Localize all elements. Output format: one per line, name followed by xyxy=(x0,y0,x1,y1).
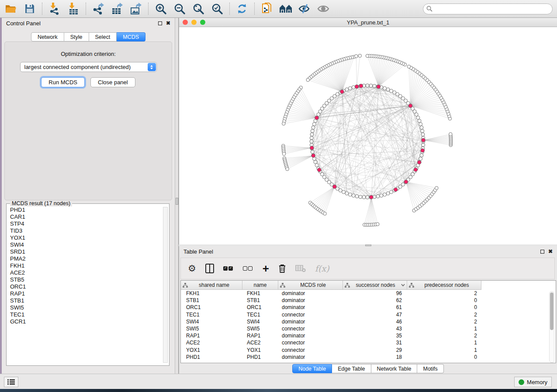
network-node[interactable] xyxy=(323,212,327,216)
show-columns-icon[interactable] xyxy=(205,262,214,275)
table-cell[interactable]: 29 xyxy=(343,347,407,353)
table-cell[interactable]: 96 xyxy=(343,290,407,296)
table-cell[interactable]: TEC1 xyxy=(242,312,278,318)
tab-node-table[interactable]: Node Table xyxy=(292,364,332,373)
memory-button[interactable]: Memory xyxy=(514,377,552,387)
table-cell[interactable]: 2 xyxy=(407,333,481,339)
network-node[interactable] xyxy=(376,223,380,226)
hide-graphics-icon[interactable] xyxy=(298,2,311,15)
run-mcds-button[interactable]: Run MCDS xyxy=(41,77,85,87)
mcds-node[interactable] xyxy=(355,85,359,89)
zoom-in-icon[interactable] xyxy=(154,2,167,15)
mcds-result-item[interactable]: TID3 xyxy=(10,227,162,234)
network-canvas[interactable] xyxy=(179,27,557,244)
table-cell[interactable]: FKH1 xyxy=(181,290,242,296)
open-folder-icon[interactable] xyxy=(4,2,17,15)
import-table-icon[interactable] xyxy=(67,2,80,15)
table-row[interactable]: STB1STB1dominator620 xyxy=(181,297,556,304)
table-row[interactable]: YOX1YOX1connector291 xyxy=(181,347,556,354)
network-node[interactable] xyxy=(449,133,453,136)
export-image-icon[interactable] xyxy=(129,2,142,15)
tab-style[interactable]: Style xyxy=(64,32,89,41)
column-header-predecessor-nodes[interactable]: predecessor nodes xyxy=(407,281,481,290)
table-cell[interactable]: 43 xyxy=(343,326,407,332)
mcds-result-item[interactable]: ACE2 xyxy=(10,269,162,276)
table-cell[interactable]: SWI5 xyxy=(181,326,242,332)
network-node[interactable] xyxy=(420,126,423,129)
mcds-node[interactable] xyxy=(404,180,408,184)
network-node[interactable] xyxy=(362,196,366,199)
network-node[interactable] xyxy=(345,88,349,91)
network-node[interactable] xyxy=(376,195,380,198)
mcds-node[interactable] xyxy=(310,146,314,150)
table-cell[interactable]: 0 xyxy=(407,354,481,360)
export-network-icon[interactable] xyxy=(92,2,105,15)
table-cell[interactable]: RAP1 xyxy=(181,333,242,339)
mcds-node[interactable] xyxy=(370,195,374,199)
tab-network-table[interactable]: Network Table xyxy=(371,364,418,373)
table-cell[interactable]: 18 xyxy=(343,354,407,360)
mcds-node[interactable] xyxy=(359,84,363,88)
network-node[interactable] xyxy=(386,192,390,195)
zoom-fit-icon[interactable] xyxy=(192,2,205,15)
network-node[interactable] xyxy=(282,152,286,156)
network-node[interactable] xyxy=(421,129,424,133)
network-node[interactable] xyxy=(306,78,310,82)
network-node[interactable] xyxy=(435,186,439,190)
mcds-result-item[interactable]: CAR1 xyxy=(10,213,162,220)
search-networks-icon[interactable] xyxy=(279,2,292,15)
float-icon[interactable] xyxy=(540,250,544,254)
table-row[interactable]: PHD1PHD1dominator180 xyxy=(181,354,556,361)
column-header-shared-name[interactable]: shared name xyxy=(181,281,242,290)
network-node[interactable] xyxy=(366,196,369,199)
mcds-result-item[interactable]: ORC1 xyxy=(10,283,162,290)
network-node[interactable] xyxy=(314,160,317,164)
table-settings-icon[interactable]: ⚙ xyxy=(188,262,196,275)
network-node[interactable] xyxy=(419,122,422,126)
network-node[interactable] xyxy=(359,195,362,199)
table-cell[interactable]: SWI5 xyxy=(242,326,278,332)
network-node[interactable] xyxy=(373,84,376,88)
refresh-view-icon[interactable] xyxy=(235,2,249,15)
close-icon[interactable]: ✖ xyxy=(548,250,553,254)
mcds-node[interactable] xyxy=(421,148,425,152)
save-icon[interactable] xyxy=(23,2,36,15)
network-node[interactable] xyxy=(310,140,313,143)
mcds-node[interactable] xyxy=(417,161,421,165)
table-cell[interactable]: 0 xyxy=(407,304,481,310)
table-cell[interactable]: 47 xyxy=(343,312,407,318)
mcds-result-item[interactable]: SWI5 xyxy=(10,304,162,311)
network-node[interactable] xyxy=(366,84,369,87)
table-cell[interactable]: ORC1 xyxy=(181,304,242,310)
mcds-result-list[interactable]: PHD1CAR1STP4TID3YOX1SWI4SRD1PMA2FKH1ACE2… xyxy=(7,206,162,364)
mcds-result-item[interactable]: SWI4 xyxy=(10,241,162,248)
mcds-node[interactable] xyxy=(340,90,344,94)
show-graphics-icon[interactable] xyxy=(317,2,330,15)
table-cell[interactable]: PHD1 xyxy=(181,354,242,360)
table-row[interactable]: SWI4SWI4dominator462 xyxy=(181,318,556,325)
network-node[interactable] xyxy=(380,194,383,197)
network-node[interactable] xyxy=(348,193,352,196)
table-scrollbar[interactable] xyxy=(549,291,554,363)
vertical-splitter[interactable] xyxy=(175,18,179,374)
table-cell[interactable]: 2 xyxy=(407,319,481,325)
table-cell[interactable]: ACE2 xyxy=(242,340,278,346)
mcds-result-item[interactable]: PMA2 xyxy=(10,255,162,262)
import-network-icon[interactable] xyxy=(48,2,61,15)
table-cell[interactable]: SWI4 xyxy=(181,319,242,325)
column-header-mcds-role[interactable]: MCDS role xyxy=(278,281,343,290)
mcds-result-item[interactable]: STB5 xyxy=(10,276,162,283)
select-stepper-icon[interactable] xyxy=(148,63,156,71)
select-all-icon[interactable] xyxy=(223,262,234,275)
table-cell[interactable]: dominator xyxy=(278,319,343,325)
table-row[interactable]: ORC1ORC1dominator610 xyxy=(181,304,556,311)
table-row[interactable]: RAP1RAP1dominator352 xyxy=(181,332,556,339)
table-cell[interactable]: 46 xyxy=(343,319,407,325)
table-cell[interactable]: dominator xyxy=(278,333,343,339)
network-node[interactable] xyxy=(419,157,422,161)
network-node[interactable] xyxy=(312,122,316,126)
network-node[interactable] xyxy=(310,133,314,136)
mcds-node[interactable] xyxy=(414,168,418,172)
mcds-result-item[interactable]: FKH1 xyxy=(10,262,162,269)
close-panel-button[interactable]: Close panel xyxy=(90,77,135,87)
